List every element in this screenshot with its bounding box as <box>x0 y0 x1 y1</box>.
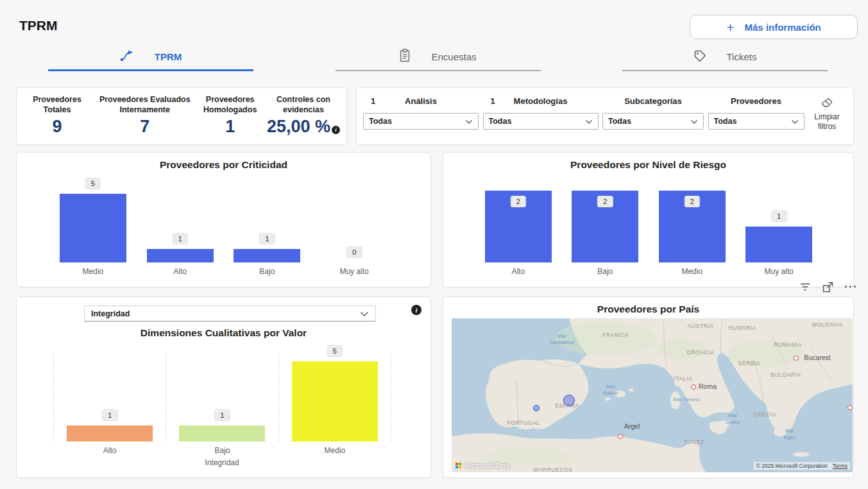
map-label-country: MOLDAVIA <box>812 322 843 329</box>
capital-city-marker <box>691 384 696 390</box>
bar-alto[interactable]: 2Alto <box>475 184 562 262</box>
bar-bajo[interactable]: 2Bajo <box>562 184 649 262</box>
map-label-country: HUNGRÍA <box>728 325 756 332</box>
bar-bajo[interactable]: 1Bajo <box>166 353 278 442</box>
map-label-country: GRECIA <box>753 411 776 418</box>
info-icon[interactable]: i <box>411 305 421 315</box>
kpi-controles-evidencias: Controles con evidencias 25,00 % i <box>264 94 343 144</box>
bar[interactable] <box>292 361 378 442</box>
copyright-text: © 2025 Microsoft Corporation <box>756 463 828 469</box>
kpi-label: Proveedores Totales <box>23 94 91 116</box>
kpi-value: 25,00 % <box>267 117 330 137</box>
map-label-country: BULGARIA <box>770 372 801 379</box>
tab-encuestas[interactable]: Encuestas <box>336 49 541 71</box>
map-label-country: PORTUGAL <box>507 420 540 427</box>
bar[interactable] <box>147 249 214 262</box>
dropdown-value: Todas <box>489 117 512 126</box>
filter-label: Análisis <box>405 96 437 106</box>
microsoft-logo-icon <box>455 463 461 468</box>
filter-subcategorias: Subcategorías Todas <box>602 96 704 144</box>
bar-medio[interactable]: 5Medio <box>49 187 137 262</box>
bar-alto[interactable]: 1Alto <box>53 353 166 442</box>
map-label-country: CROACIA <box>687 349 715 356</box>
chart-proveedores-riesgo: Proveedores por Nivel de Riesgo 2Alto2Ba… <box>443 152 854 287</box>
tab-tickets[interactable]: Tickets <box>622 49 828 71</box>
bar-bajo[interactable]: 1Bajo <box>224 187 311 262</box>
kpi-label: Proveedores Homologados <box>198 94 261 116</box>
tab-label: Tickets <box>727 51 757 62</box>
more-options-icon[interactable] <box>845 286 856 289</box>
visual-toolbar <box>784 280 856 294</box>
chart-title: Proveedores por Criticidad <box>17 159 430 171</box>
kpi-value: 7 <box>96 117 193 137</box>
criticidad-plot-area: 5Medio1Alto1Bajo0Muy alto <box>49 187 398 262</box>
filter-count: 1 <box>491 96 495 106</box>
bar-value-label: 2 <box>597 196 613 207</box>
kpi-summary-card: Proveedores Totales 9 Proveedores Evalua… <box>16 87 347 145</box>
bar[interactable] <box>234 249 300 262</box>
data-bubble-marker[interactable] <box>563 395 575 406</box>
bar-medio[interactable]: 2Medio <box>649 184 736 262</box>
map-label-sea: Mar Jónico <box>725 413 740 425</box>
riesgo-plot-area: 2Alto2Bajo2Medio1Muy alto <box>475 184 822 262</box>
bar-muy-alto[interactable]: 1Muy alto <box>736 184 823 262</box>
subcategorias-dropdown[interactable]: Todas <box>602 113 704 130</box>
tab-bar: TPRM Encuestas Tickets <box>48 49 828 71</box>
x-axis-label: Integridad <box>53 458 391 467</box>
metodologias-dropdown[interactable]: Todas <box>483 113 599 130</box>
bar-value-label: 1 <box>259 233 275 244</box>
bar[interactable] <box>179 425 265 442</box>
terms-link[interactable]: Terms <box>833 463 847 469</box>
category-label: Bajo <box>562 267 649 276</box>
analisis-dropdown[interactable]: Todas <box>363 113 479 130</box>
filter-icon[interactable] <box>799 282 811 291</box>
map-label-city: Roma <box>699 382 717 391</box>
clear-filters-button[interactable]: Limpiar filtros <box>808 96 846 144</box>
bar[interactable] <box>745 227 812 262</box>
filter-card: 1 Análisis Todas 1 Metodologías Todas Su… <box>356 87 854 145</box>
bing-map[interactable]: Mar CantábricoFRANCIAAUSTRIAHUNGRÍAMOLDA… <box>452 318 853 472</box>
dimension-dropdown[interactable]: Integridad <box>84 305 376 322</box>
more-info-button[interactable]: + Más información <box>690 15 858 39</box>
map-overlay: Mar CantábricoFRANCIAAUSTRIAHUNGRÍAMOLDA… <box>452 318 853 472</box>
bar-medio[interactable]: 5Medio <box>278 353 391 442</box>
capital-city-marker <box>618 434 623 439</box>
dropdown-value: Todas <box>608 117 631 126</box>
data-bubble-marker[interactable] <box>533 405 540 411</box>
proveedores-dropdown[interactable]: Todas <box>708 113 804 130</box>
bar[interactable] <box>60 194 126 262</box>
kpi-label: Proveedores Evaluados Internamente <box>96 94 193 116</box>
info-icon[interactable]: i <box>332 126 340 134</box>
bar-alto[interactable]: 1Alto <box>137 187 224 262</box>
bing-brand-label: Microsoft Bing <box>464 462 509 469</box>
map-label-sea: Mar Cantábrico <box>550 333 575 346</box>
map-label-sea: Mar Balear <box>603 384 618 397</box>
category-label: Bajo <box>166 446 278 455</box>
tab-label: Encuestas <box>431 51 476 62</box>
map-label-country: AUSTRIA <box>687 323 713 330</box>
chevron-down-icon <box>585 116 593 127</box>
tprm-dashboard: TPRM + Más información TPRM Encuestas Ti… <box>0 0 868 489</box>
dropdown-value: Integridad <box>91 309 130 318</box>
capital-city-marker <box>847 405 853 410</box>
dropdown-value: Todas <box>714 117 737 126</box>
map-label-country: RUMANÍA <box>774 341 801 348</box>
bar-value-label: 2 <box>511 196 526 207</box>
category-label: Medio <box>649 267 736 276</box>
tab-label: TPRM <box>155 51 182 62</box>
tab-tprm[interactable]: TPRM <box>48 49 253 71</box>
bar-muy-alto[interactable]: 0Muy alto <box>311 187 398 262</box>
kpi-proveedores-totales: Proveedores Totales 9 <box>21 94 94 144</box>
filter-proveedores: Proveedores Todas <box>708 96 804 144</box>
map-label-city: Argel <box>624 422 640 431</box>
category-label: Alto <box>475 267 562 276</box>
chart-dimensiones-cualitativas: Integridad i Dimensiones Cualitativas po… <box>16 296 431 478</box>
filter-count: 1 <box>371 96 375 106</box>
bar[interactable] <box>67 425 153 442</box>
filter-label: Metodologías <box>514 96 568 106</box>
map-label-sea: Mar Tirreno <box>674 397 700 403</box>
clipboard-icon <box>399 49 411 65</box>
chevron-down-icon <box>791 116 799 127</box>
map-proveedores-pais: Proveedores por País <box>443 296 854 478</box>
focus-mode-icon[interactable] <box>822 282 833 293</box>
